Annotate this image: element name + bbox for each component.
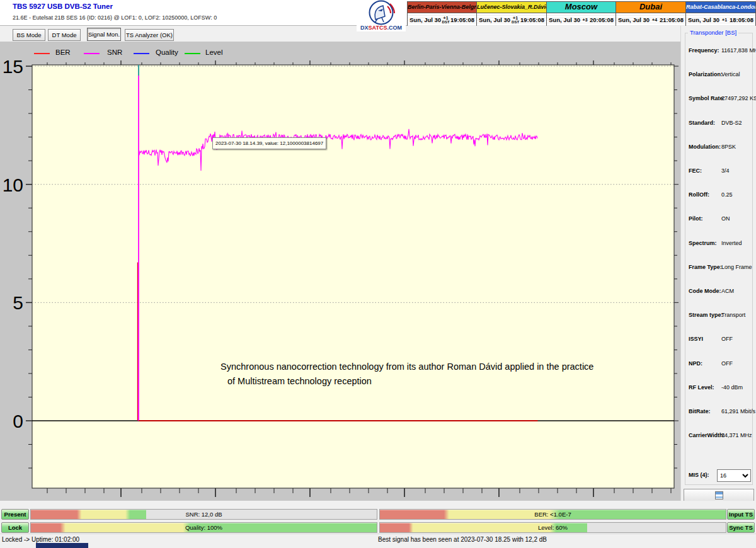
snr-bar-label: SNR: 12,0 dB xyxy=(31,510,377,519)
svg-text:15: 15 xyxy=(3,56,23,77)
logo-text-dx: DX xyxy=(360,25,369,31)
chart-tooltip: 2023-07-30 18.14.39, value: 12,100000381… xyxy=(212,137,326,149)
clock-utc-offset: +4 xyxy=(652,18,657,22)
clock-city-label: Rabat-Casablanca-London xyxy=(686,2,755,13)
clock-date: Sun, Jul 30 xyxy=(549,16,580,23)
transponder-field-value: 3/4 xyxy=(721,168,730,174)
status-line: Locked -> Uptime: 01:02:00 Best signal h… xyxy=(0,534,756,544)
legend-line-snr xyxy=(84,53,100,54)
legend-label-ber: BER xyxy=(55,49,71,56)
transponder-field-label: BitRate: xyxy=(689,408,711,414)
satellite-dish-icon: DXSATCS.COM xyxy=(357,0,406,31)
quality-bar-label: Quality: 100% xyxy=(31,523,377,532)
snr-bar: SNR: 12,0 dB xyxy=(30,509,377,520)
transponder-field-label: Frequency: xyxy=(689,47,719,54)
clock-utc-offset: +1DST xyxy=(512,16,519,24)
tab-bs-mode[interactable]: BS Mode xyxy=(13,29,45,41)
clock-hms: 19:05:08 xyxy=(450,16,474,23)
mis-select[interactable]: 16 xyxy=(717,469,751,482)
transponder-field-label: ISSYI xyxy=(689,336,703,342)
transponder-field-row: Frequency:11617,838 MHz xyxy=(685,47,753,56)
transponder-field-value: ACM xyxy=(721,288,734,294)
transponder-field-row: Spectrum:Inverted xyxy=(685,240,753,249)
svg-text:5: 5 xyxy=(13,292,23,313)
lock-indicator-button[interactable]: Lock xyxy=(1,522,29,533)
transponder-field-row: ISSYIOFF xyxy=(685,336,753,345)
clock-city-label: Lučenec-Slovakia_R.Dávid xyxy=(477,2,546,13)
transponder-field-value: -40 dBm xyxy=(721,384,743,391)
annotation-line-2: of Multistream technology reception xyxy=(220,374,624,389)
app-title: TBS 5927 USB DVB-S2 Tuner xyxy=(13,3,113,10)
legend-line-level xyxy=(185,53,200,54)
transponder-field-label: CarrierWidth: xyxy=(689,432,724,438)
best-signal-status: Best signal has been seen at 2023-07-30 … xyxy=(378,536,547,543)
level-bar: Level: 60% xyxy=(379,522,726,533)
stream-list-button[interactable] xyxy=(684,489,754,502)
clock-utc-offset: +1DST xyxy=(442,16,450,24)
transponder-field-value: ON xyxy=(721,215,730,222)
transponder-field-value: Long Frame xyxy=(721,264,752,270)
transponder-field-value: OFF xyxy=(721,336,733,342)
transponder-field-value: DVB-S2 xyxy=(721,120,742,126)
clock-time: Sun, Jul 30+118:05:08 xyxy=(686,13,755,26)
transponder-field-row: CarrierWidth:34,371 MHz xyxy=(685,432,753,441)
level-bar-label: Level: 60% xyxy=(380,523,726,532)
transponder-field-row: BitRate:61,291 Mbit/s xyxy=(685,408,753,417)
transponder-field-row: RollOff:0.25 xyxy=(685,191,753,200)
transponder-field-row: Code Mode:ACM xyxy=(685,288,753,297)
world-clocks: Berlin-Paris-Vienna-BelgradeSun, Jul 30+… xyxy=(407,1,756,26)
transponder-field-label: Stream type: xyxy=(689,312,723,318)
transponder-field-row: Frame Type:Long Frame xyxy=(685,264,753,273)
transponder-sidebar: Transponder [BS] Frequency:11617,838 MHz… xyxy=(680,26,756,507)
transponder-field-row: Stream type:Transport xyxy=(685,312,753,321)
clock-3: MoscowSun, Jul 30+320:05:08 xyxy=(547,1,616,26)
clock-utc-offset: +3 xyxy=(583,18,588,22)
transponder-field-value: Transport xyxy=(721,312,745,318)
clock-city-label: Dubai xyxy=(616,2,685,13)
transponder-field-label: Standard: xyxy=(689,120,715,126)
transponder-field-row: RF Level:-40 dBm xyxy=(685,384,753,393)
transponder-field-label: Symbol Rate: xyxy=(689,95,725,101)
clock-1: Berlin-Paris-Vienna-BelgradeSun, Jul 30+… xyxy=(407,1,477,26)
transponder-field-row: Symbol Rate:27497,292 KS/s xyxy=(685,95,753,104)
dxsatcs-logo: DXSATCS.COM xyxy=(357,0,406,31)
tab-dt-mode[interactable]: DT Mode xyxy=(48,29,81,41)
clock-2: Lučenec-Slovakia_R.DávidSun, Jul 30+1DST… xyxy=(477,1,547,26)
transponder-field-value: 34,371 MHz xyxy=(721,432,752,438)
clock-time: Sun, Jul 30+1DST19:05:08 xyxy=(477,13,546,26)
transponder-field-row: Modulation:8PSK xyxy=(685,144,753,152)
clock-city-label: Moscow xyxy=(547,2,616,13)
legend-label-snr: SNR xyxy=(107,49,122,56)
logo-text-com: .COM xyxy=(387,25,402,31)
taskbar-fragment xyxy=(36,543,88,548)
stream-list-icon xyxy=(715,491,723,499)
clock-hms: 19:05:08 xyxy=(520,16,544,23)
tab-ts-analyzer-ok[interactable]: TS Analyzer (OK) xyxy=(125,29,174,41)
clock-time: Sun, Jul 30+1DST19:05:08 xyxy=(408,13,476,26)
clock-utc-offset: +1 xyxy=(722,18,727,22)
signal-chart-canvas: 051015 xyxy=(0,42,680,501)
legend-label-quality: Quality xyxy=(156,49,178,56)
input-ts-button[interactable]: Input TS xyxy=(727,509,755,520)
present-indicator-button[interactable]: Present xyxy=(1,509,29,520)
transponder-field-value: 11617,838 MHz xyxy=(721,47,756,54)
clock-hms: 20:05:08 xyxy=(590,16,614,23)
clock-4: DubaiSun, Jul 30+421:05:08 xyxy=(616,1,686,26)
signal-status-panel: Present SNR: 12,0 dB BER: <1.0E-7 Input … xyxy=(0,501,756,548)
sync-ts-button[interactable]: Sync TS xyxy=(727,522,755,533)
tab-signal-mon[interactable]: Signal Mon. xyxy=(87,28,121,41)
svg-text:DXSATCS.COM: DXSATCS.COM xyxy=(360,25,402,31)
clock-time: Sun, Jul 30+320:05:08 xyxy=(547,13,616,26)
transponder-field-row: Polarization:Vertical xyxy=(685,71,753,80)
transponder-field-label: FEC: xyxy=(689,168,702,174)
clock-hms: 21:05:08 xyxy=(660,16,684,23)
transponder-field-label: RollOff: xyxy=(689,191,709,198)
transponder-field-label: Spectrum: xyxy=(689,240,717,246)
transponder-field-value: OFF xyxy=(721,360,733,367)
transponder-field-value: 27497,292 KS/s xyxy=(721,95,756,101)
legend-label-level: Level xyxy=(205,49,223,56)
transponder-field-value: Inverted xyxy=(721,240,742,246)
mis-label: MIS (4): xyxy=(689,472,709,478)
signal-monitor-chart[interactable]: 051015 BERSNRQualityLevel 2023-07-30 18.… xyxy=(0,42,680,501)
logo-text-satcs: SATCS xyxy=(369,25,387,31)
